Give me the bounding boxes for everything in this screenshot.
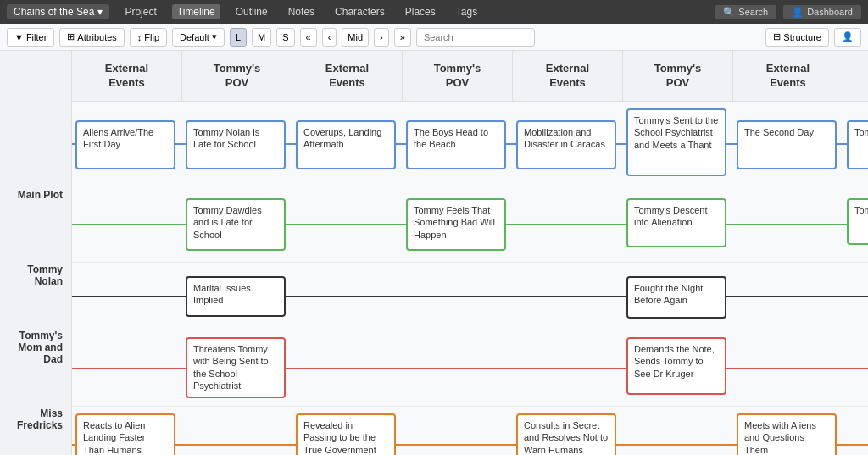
track-ai: Reacts to Alien Landing Faster Than Huma… [72,407,868,455]
nav-first-button[interactable]: « [300,28,317,47]
card-ai-2[interactable]: Revealed in Passing to be the True Gover… [296,413,396,455]
timeline-grid: ExternalEvents Tommy'sPOV ExternalEvents… [72,51,868,455]
app-title-label: Chains of the Sea [14,6,94,18]
attributes-label: Attributes [77,32,116,42]
nav-notes[interactable]: Notes [283,4,320,19]
main-area: Main Plot TommyNolan Tommy'sMom andDad M… [0,51,868,455]
col-header-1: Tommy'sPOV [182,51,292,101]
card-tommy-nolan-1[interactable]: Tommy Dawdles and is Late for School [186,198,286,251]
size-medium-button[interactable]: M [252,28,271,47]
user-icon: 👤 [842,31,854,42]
flip-button[interactable]: ↕ Flip [130,28,167,47]
column-headers: ExternalEvents Tommy'sPOV ExternalEvents… [72,51,868,102]
track-main-plot: Aliens Arrive/The First Day Tommy Nolan … [72,102,868,186]
search-label: Search [738,7,768,17]
filter-button[interactable]: ▼ Filter [7,28,54,47]
card-ai-0[interactable]: Reacts to Alien Landing Faster Than Huma… [75,413,175,455]
structure-button[interactable]: ⊟ Structure [765,28,829,47]
card-ai-6[interactable]: Meets with Aliens and Questions Them [737,413,837,455]
card-main-plot-6[interactable]: The Second Day [737,120,837,169]
track-tommy-nolan: Tommy Dawdles and is Late for School Tom… [72,186,868,263]
col-header-4: ExternalEvents [513,51,623,101]
attributes-icon: ⊞ [67,31,75,42]
filter-label: Filter [26,32,47,42]
topbar-right: 🔍 Search 👤 Dashboard [715,5,861,19]
nav-prev-button[interactable]: ‹ [322,28,337,47]
card-tommy-nolan-3[interactable]: Tommy Feels That Something Bad Will Happ… [406,198,506,251]
rows-container: Aliens Arrive/The First Day Tommy Nolan … [72,102,868,455]
person-icon: 👤 [792,7,804,18]
row-label-miss-fredricks: MissFredricks [0,381,71,455]
search-button[interactable]: 🔍 Search [715,5,776,19]
attributes-button[interactable]: ⊞ Attributes [59,28,124,47]
card-tommy-nolan-5[interactable]: Tommy's Descent into Alienation [626,198,726,247]
card-main-plot-7[interactable]: Tom... [847,120,868,169]
user-icon-button[interactable]: 👤 [834,28,861,47]
nav-tags[interactable]: Tags [451,4,482,19]
nav-outline[interactable]: Outline [231,4,273,19]
structure-label: Structure [783,32,821,42]
dashboard-button[interactable]: 👤 Dashboard [783,5,861,19]
toolbar: ▼ Filter ⊞ Attributes ↕ Flip Default ▾ L… [0,24,868,51]
nav-places[interactable]: Places [400,4,441,19]
nav-project[interactable]: Project [120,4,161,19]
col-header-6: ExternalEvents [733,51,843,101]
app-title-button[interactable]: Chains of the Sea ▾ [7,4,109,19]
col-header-0: ExternalEvents [72,51,182,101]
row-label-main-plot: Main Plot [0,153,71,237]
dashboard-label: Dashboard [807,7,853,17]
header-spacer [0,102,71,153]
default-button[interactable]: Default ▾ [172,28,225,47]
size-large-button[interactable]: L [230,28,247,47]
search-icon: 🔍 [723,7,735,18]
card-main-plot-5[interactable]: Tommy's Sent to the School Psychiatrist … [626,108,726,176]
nav-last-button[interactable]: » [394,28,411,47]
col-header-2: ExternalEvents [292,51,403,101]
nav-timeline[interactable]: Timeline [172,4,220,19]
nav-next-button[interactable]: › [374,28,389,47]
default-chevron: ▾ [212,31,217,42]
row-label-tommy-nolan: TommyNolan [0,237,71,314]
card-main-plot-0[interactable]: Aliens Arrive/The First Day [75,120,175,169]
flip-icon: ↕ [137,32,142,42]
col-header-3: Tommy'sPOV [403,51,513,101]
nav-mid-button[interactable]: Mid [342,28,369,47]
card-miss-fredricks-5[interactable]: Demands the Note, Sends Tommy to See Dr … [626,337,726,395]
track-miss-fredricks: Threatens Tommy with Being Sent to the S… [72,330,868,407]
card-main-plot-1[interactable]: Tommy Nolan is Late for School [186,120,286,169]
card-main-plot-3[interactable]: The Boys Head to the Beach [406,120,506,169]
nav-characters[interactable]: Characters [330,4,390,19]
card-tommy-mom-dad-5[interactable]: Fought the Night Before Again [626,276,726,319]
toolbar-right-section: ⊟ Structure 👤 [765,28,861,47]
card-main-plot-2[interactable]: Coverups, Landing Aftermath [296,120,396,169]
card-ai-4[interactable]: Consults in Secret and Resolves Not to W… [516,413,616,455]
search-input[interactable] [416,28,535,47]
col-header-7: To... [843,51,868,101]
row-labels: Main Plot TommyNolan Tommy'sMom andDad M… [0,51,72,455]
default-label: Default [180,32,209,42]
structure-icon: ⊟ [773,31,781,42]
card-tommy-nolan-7[interactable]: Tom... Run... [847,198,868,245]
size-small-button[interactable]: S [276,28,294,47]
top-navbar: Chains of the Sea ▾ Project Timeline Out… [0,0,868,24]
track-tommy-mom-dad: Marital Issues Implied Fought the Night … [72,263,868,330]
card-miss-fredricks-1[interactable]: Threatens Tommy with Being Sent to the S… [186,337,286,398]
app-title-chevron: ▾ [97,6,103,18]
col-header-5: Tommy'sPOV [623,51,733,101]
filter-icon: ▼ [14,32,24,42]
card-tommy-mom-dad-1[interactable]: Marital Issues Implied [186,276,286,317]
card-main-plot-4[interactable]: Mobilization and Disaster in Caracas [516,120,616,169]
flip-label: Flip [144,32,159,42]
row-label-tommy-mom-dad: Tommy'sMom andDad [0,314,71,381]
